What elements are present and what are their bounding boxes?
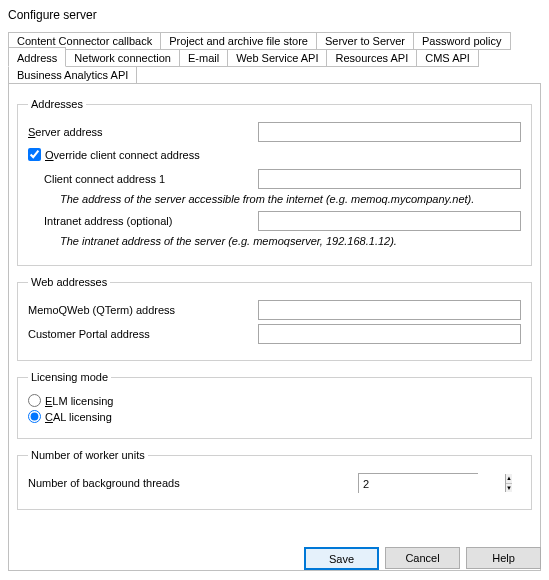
client-connect-label: Client connect address 1 bbox=[44, 173, 258, 185]
cal-radio[interactable] bbox=[28, 410, 41, 423]
override-checkbox[interactable] bbox=[28, 148, 41, 161]
tab-resources-api[interactable]: Resources API bbox=[326, 49, 417, 67]
page-title: Configure server bbox=[8, 8, 541, 22]
override-label: Override client connect address bbox=[45, 149, 200, 161]
tab-server-to-server[interactable]: Server to Server bbox=[316, 32, 414, 50]
threads-spinner[interactable]: ▲ ▼ bbox=[358, 473, 478, 493]
portal-address-input[interactable] bbox=[258, 324, 521, 344]
intranet-address-label: Intranet address (optional) bbox=[44, 215, 258, 227]
footer-buttons: Save Cancel Help bbox=[304, 547, 541, 570]
qterm-address-input[interactable] bbox=[258, 300, 521, 320]
tab-project-archive-file-store[interactable]: Project and archive file store bbox=[160, 32, 317, 50]
tabs-row-1: Content Connector callback Project and a… bbox=[8, 32, 541, 49]
tab-address[interactable]: Address bbox=[8, 47, 66, 67]
licensing-group: Licensing mode ELM licensing CAL licensi… bbox=[17, 371, 532, 439]
save-button[interactable]: Save bbox=[304, 547, 379, 570]
web-addresses-group: Web addresses MemoQWeb (QTerm) address C… bbox=[17, 276, 532, 361]
client-connect-note: The address of the server accessible fro… bbox=[60, 193, 521, 205]
client-connect-input[interactable] bbox=[258, 169, 521, 189]
spinner-down-icon[interactable]: ▼ bbox=[506, 484, 512, 493]
tabs-row-2: Address Network connection E-mail Web Se… bbox=[8, 49, 541, 83]
threads-label: Number of background threads bbox=[28, 477, 358, 489]
qterm-address-label: MemoQWeb (QTerm) address bbox=[28, 304, 258, 316]
intranet-address-input[interactable] bbox=[258, 211, 521, 231]
server-address-input[interactable] bbox=[258, 122, 521, 142]
help-button[interactable]: Help bbox=[466, 547, 541, 569]
web-addresses-legend: Web addresses bbox=[28, 276, 110, 288]
licensing-legend: Licensing mode bbox=[28, 371, 111, 383]
elm-radio[interactable] bbox=[28, 394, 41, 407]
addresses-legend: Addresses bbox=[28, 98, 86, 110]
worker-units-legend: Number of worker units bbox=[28, 449, 148, 461]
spinner-up-icon[interactable]: ▲ bbox=[506, 474, 512, 484]
worker-units-group: Number of worker units Number of backgro… bbox=[17, 449, 532, 510]
tab-panel-address: Addresses Server address Override client… bbox=[8, 83, 541, 571]
server-address-label: Server address bbox=[28, 126, 258, 138]
elm-label: ELM licensing bbox=[45, 395, 113, 407]
intranet-address-note: The intranet address of the server (e.g.… bbox=[60, 235, 521, 247]
tab-business-analytics-api[interactable]: Business Analytics API bbox=[8, 66, 137, 84]
threads-input[interactable] bbox=[359, 474, 505, 494]
tab-network-connection[interactable]: Network connection bbox=[65, 49, 180, 67]
tab-email[interactable]: E-mail bbox=[179, 49, 228, 67]
tab-cms-api[interactable]: CMS API bbox=[416, 49, 479, 67]
tab-web-service-api[interactable]: Web Service API bbox=[227, 49, 327, 67]
cancel-button[interactable]: Cancel bbox=[385, 547, 460, 569]
addresses-group: Addresses Server address Override client… bbox=[17, 98, 532, 266]
tab-password-policy[interactable]: Password policy bbox=[413, 32, 510, 50]
portal-address-label: Customer Portal address bbox=[28, 328, 258, 340]
cal-label: CAL licensing bbox=[45, 411, 112, 423]
